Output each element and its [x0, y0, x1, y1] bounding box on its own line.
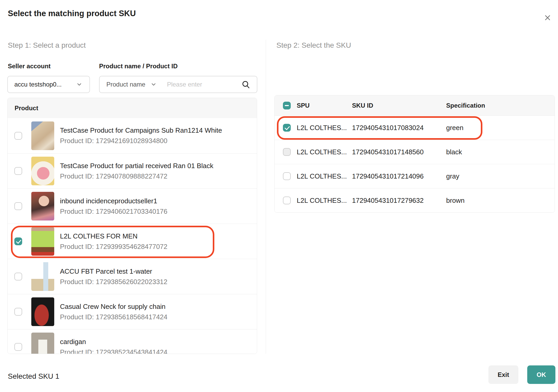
product-id: Product ID: 1729385618568417424 — [60, 313, 167, 321]
sku-row[interactable]: L2L COLTHES... 1729405431017214096 gray — [275, 164, 555, 188]
step2-heading: Step 2: Select the SKU — [276, 41, 351, 50]
product-name: cardigan — [60, 338, 167, 346]
product-thumbnail — [31, 333, 54, 354]
step1-heading: Step 1: Select a product — [8, 41, 86, 50]
exit-button[interactable]: Exit — [488, 365, 518, 384]
product-checkbox[interactable] — [14, 167, 22, 175]
product-thumbnail — [31, 121, 54, 150]
product-row-selected[interactable]: L2L COLTHES FOR MEN Product ID: 17293993… — [8, 224, 257, 259]
sku-specification: brown — [446, 197, 555, 205]
product-checkbox[interactable] — [14, 273, 22, 280]
sku-spu: L2L COLTHES... — [297, 172, 352, 180]
product-name: Casual Crew Neck for supply chain — [60, 303, 167, 311]
product-id: Product ID: 1729385626022023312 — [60, 278, 167, 286]
spu-column-header: SPU — [297, 102, 352, 109]
sku-specification: gray — [446, 172, 555, 180]
sku-checkbox[interactable] — [283, 197, 291, 204]
product-checkbox[interactable] — [14, 308, 22, 316]
product-row[interactable]: cardigan Product ID: 1729385234543841424 — [8, 329, 257, 354]
sku-specification: black — [446, 148, 555, 156]
seller-account-label: Seller account — [8, 63, 51, 70]
product-row[interactable]: Casual Crew Neck for supply chain Produc… — [8, 294, 257, 329]
product-checkbox[interactable] — [14, 343, 22, 351]
product-row[interactable]: inbound incidenceproductseller1 Product … — [8, 188, 257, 224]
sku-row[interactable]: L2L COLTHES... 1729405431017148560 black — [275, 140, 555, 164]
sku-specification: green — [446, 124, 555, 132]
product-search-label: Product name / Product ID — [99, 63, 178, 70]
seller-account-value: accu testshop0... — [14, 81, 62, 88]
product-name: L2L COLTHES FOR MEN — [60, 232, 167, 240]
product-id: Product ID: 1729399354628477072 — [60, 243, 167, 251]
product-checkbox[interactable] — [14, 132, 22, 140]
specification-column-header: Specification — [446, 102, 555, 109]
sku-table: SPU SKU ID Specification L2L COLTHES... … — [274, 95, 555, 213]
sku-spu: L2L COLTHES... — [297, 124, 352, 132]
search-input[interactable] — [167, 81, 241, 88]
sku-checkbox[interactable] — [283, 124, 291, 132]
sku-id: 1729405431017083024 — [352, 124, 446, 132]
product-id: Product ID: 1729385234543841424 — [60, 348, 167, 354]
product-row[interactable]: TestCase Product for Campaigns Sub Ran12… — [8, 118, 257, 153]
search-type-select[interactable]: Product name — [106, 81, 157, 88]
product-id: Product ID: 1729407809888227472 — [60, 172, 213, 180]
panel-divider — [266, 40, 266, 354]
product-row[interactable]: ACCU FBT Parcel test 1-water Product ID:… — [8, 259, 257, 294]
sku-row[interactable]: L2L COLTHES... 1729405431017279632 brown — [275, 188, 555, 212]
product-thumbnail — [31, 262, 54, 291]
sku-row-selected[interactable]: L2L COLTHES... 1729405431017083024 green — [275, 115, 555, 140]
product-name: inbound incidenceproductseller1 — [60, 197, 167, 205]
select-all-checkbox[interactable] — [283, 102, 291, 109]
ok-button[interactable]: OK — [527, 365, 555, 384]
sku-spu: L2L COLTHES... — [297, 148, 352, 156]
sku-spu: L2L COLTHES... — [297, 197, 352, 205]
product-name: TestCase Product for Campaigns Sub Ran12… — [60, 126, 222, 134]
sku-id: 1729405431017279632 — [352, 197, 446, 205]
product-column-header: Product — [15, 105, 38, 112]
product-row[interactable]: TestCase Product for partial received Ra… — [8, 153, 257, 188]
sku-id-column-header: SKU ID — [352, 102, 446, 109]
product-search-box: Product name — [99, 76, 257, 93]
sku-checkbox[interactable] — [283, 148, 291, 156]
sku-table-header: SPU SKU ID Specification — [275, 95, 555, 115]
chevron-down-icon — [150, 81, 157, 88]
product-id: Product ID: 1729421691028934800 — [60, 137, 222, 145]
close-icon[interactable] — [541, 11, 554, 24]
sku-select-modal: Select the matching product SKU Step 1: … — [0, 0, 558, 392]
product-thumbnail — [31, 297, 54, 326]
product-thumbnail — [31, 157, 54, 185]
sku-checkbox[interactable] — [283, 172, 291, 180]
product-checkbox[interactable] — [14, 237, 22, 245]
search-icon[interactable] — [241, 80, 251, 89]
product-thumbnail — [31, 192, 54, 220]
product-table-header: Product — [8, 98, 257, 118]
sku-id: 1729405431017148560 — [352, 148, 446, 156]
product-table: Product TestCase Product for Campaigns S… — [7, 98, 257, 354]
product-thumbnail — [31, 227, 54, 256]
product-id: Product ID: 1729406021703340176 — [60, 207, 167, 216]
product-checkbox[interactable] — [14, 202, 22, 210]
sku-id: 1729405431017214096 — [352, 172, 446, 180]
product-name: ACCU FBT Parcel test 1-water — [60, 267, 167, 275]
page-title: Select the matching product SKU — [8, 9, 136, 18]
chevron-down-icon — [76, 81, 83, 88]
seller-account-select[interactable]: accu testshop0... — [7, 76, 90, 93]
search-type-value: Product name — [106, 81, 145, 88]
product-name: TestCase Product for partial received Ra… — [60, 162, 213, 170]
selected-sku-count: Selected SKU 1 — [8, 372, 59, 381]
